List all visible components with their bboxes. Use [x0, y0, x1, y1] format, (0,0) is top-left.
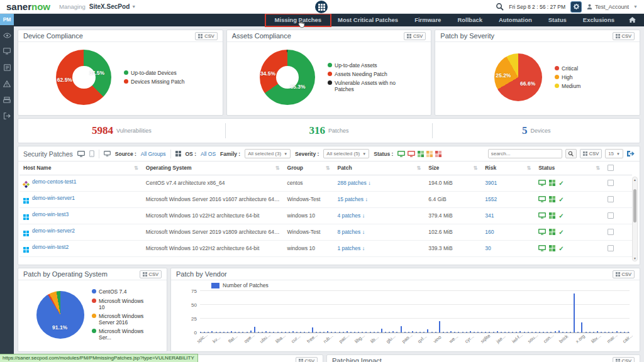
legend-item[interactable]: Medium — [555, 83, 580, 89]
account-menu[interactable]: Test_Account ▼ — [587, 4, 638, 10]
devices-monitor-icon[interactable] — [3, 48, 11, 55]
vendor-bar[interactable] — [474, 332, 475, 332]
host-link[interactable]: demo-win-test3 — [32, 211, 69, 217]
os-all-link[interactable]: All OS — [201, 151, 216, 157]
download-icon[interactable]: ↓ — [362, 245, 365, 251]
vendor-bar[interactable] — [543, 332, 544, 332]
scroll-down-arrow[interactable]: ▼ — [633, 256, 637, 260]
vendor-bar[interactable] — [401, 326, 402, 332]
csv-export-button[interactable]: CSV — [296, 357, 318, 362]
patches-link[interactable]: 15 patches — [337, 196, 364, 202]
row-checkbox[interactable] — [608, 245, 614, 251]
download-icon[interactable]: ↓ — [362, 212, 365, 219]
vendor-bar[interactable] — [416, 332, 417, 332]
vendor-bar[interactable] — [262, 332, 263, 332]
vendor-bar[interactable] — [593, 332, 594, 332]
mobile-view-icon[interactable] — [89, 150, 94, 157]
vendor-bar[interactable] — [570, 332, 571, 332]
patch-severity-chart[interactable]: 66.6%25.2% — [494, 53, 542, 101]
vendor-bar[interactable] — [358, 332, 359, 332]
vendor-bar[interactable] — [292, 331, 294, 332]
vendor-bar[interactable] — [419, 332, 421, 332]
csv-export-button[interactable]: CSV — [404, 32, 426, 40]
csv-export-button[interactable]: CSV — [580, 149, 602, 158]
status-filter-red-patches[interactable] — [435, 151, 441, 157]
vendor-bar[interactable] — [497, 331, 498, 332]
legend-item[interactable]: Assets Needing Patch — [328, 71, 398, 77]
vendor-bar[interactable] — [466, 332, 467, 332]
settings-gear-button[interactable] — [570, 1, 582, 13]
vendor-bar[interactable] — [547, 332, 548, 332]
sort-icon[interactable]: ⇅ — [474, 165, 478, 171]
patches-link[interactable]: 4 patches — [337, 212, 360, 219]
vendor-bar[interactable] — [374, 332, 375, 332]
vendor-bar[interactable] — [339, 332, 340, 332]
vendor-bar[interactable] — [528, 332, 529, 332]
sort-icon[interactable]: ⇅ — [596, 165, 600, 171]
apply-patch-icon[interactable] — [626, 150, 635, 157]
search-input[interactable] — [488, 149, 562, 158]
vendor-bar[interactable] — [208, 332, 209, 332]
vendor-bar[interactable] — [586, 332, 587, 332]
vendor-bar[interactable] — [281, 332, 282, 332]
vendor-bar[interactable] — [247, 332, 248, 332]
vendor-bar[interactable] — [558, 331, 560, 332]
vendor-bar[interactable] — [524, 332, 525, 332]
vendor-bar[interactable] — [331, 332, 332, 332]
row-checkbox[interactable] — [608, 229, 614, 235]
row-checkbox[interactable] — [608, 212, 614, 219]
vendor-bar[interactable] — [581, 322, 582, 332]
source-all-groups-link[interactable]: All Groups — [141, 151, 166, 157]
vendor-bar[interactable] — [200, 332, 201, 332]
scroll-up-arrow[interactable]: ▲ — [633, 178, 637, 182]
nav-item-automation[interactable]: Automation — [491, 14, 540, 26]
column-header-status[interactable]: Status⇅ — [535, 162, 604, 175]
download-icon[interactable]: ↓ — [368, 180, 371, 186]
column-header-group[interactable]: Group⇅ — [284, 162, 334, 175]
vendor-bar[interactable] — [216, 332, 217, 332]
host-link[interactable]: demo-win-server1 — [32, 195, 75, 201]
vendor-bar[interactable] — [462, 332, 464, 332]
alerts-warning-icon[interactable] — [3, 80, 11, 87]
legend-item[interactable]: Microsoft Windows 10 — [92, 298, 148, 310]
vendor-bar[interactable] — [574, 293, 575, 332]
row-checkbox[interactable] — [608, 180, 614, 186]
vendor-bar[interactable] — [531, 332, 533, 332]
column-header-operating-system[interactable]: Operating System⇅ — [142, 162, 284, 175]
patches-link[interactable]: 288 patches — [337, 180, 366, 186]
vendor-bar[interactable] — [219, 332, 221, 332]
vendor-bar[interactable] — [616, 331, 618, 332]
host-link[interactable]: demo-centos-test1 — [32, 178, 76, 185]
vendor-bar[interactable] — [365, 332, 367, 332]
csv-export-button[interactable]: CSV — [613, 270, 635, 278]
risk-link[interactable]: 1552 — [485, 196, 497, 202]
row-checkbox[interactable] — [608, 196, 614, 202]
column-header-size[interactable]: Size⇅ — [425, 162, 481, 175]
nav-item-firmware[interactable]: Firmware — [406, 14, 449, 26]
vendor-bar[interactable] — [516, 332, 517, 332]
chevron-down-icon[interactable]: ▼ — [131, 4, 136, 9]
vendor-bar[interactable] — [439, 321, 440, 332]
vendor-bar[interactable] — [300, 332, 301, 332]
desktop-view-icon[interactable] — [77, 151, 85, 157]
vendor-bar[interactable] — [458, 332, 459, 332]
table-scrollbar[interactable]: ▲ ▼ — [632, 177, 638, 261]
vendor-bar[interactable] — [501, 332, 502, 332]
vendor-bar[interactable] — [350, 332, 352, 332]
sort-icon[interactable]: ⇅ — [275, 165, 280, 171]
vendor-bar[interactable] — [589, 332, 591, 332]
family-select[interactable]: All selected (3)▼ — [245, 149, 291, 158]
vendor-bar[interactable] — [423, 332, 425, 332]
risk-link[interactable]: 3901 — [485, 180, 497, 186]
vendor-bar[interactable] — [289, 332, 290, 332]
column-header-host-name[interactable]: Host Name⇅ — [19, 162, 142, 175]
vendor-bar[interactable] — [389, 332, 390, 332]
vendor-bar[interactable] — [447, 332, 448, 332]
server-printer-icon[interactable] — [3, 97, 11, 103]
vendor-bar[interactable] — [227, 332, 228, 332]
nav-item-most-critical-patches[interactable]: Most Critical Patches — [330, 14, 406, 26]
vendor-bar[interactable] — [427, 329, 428, 332]
vendor-bar[interactable] — [343, 332, 344, 332]
vendor-bar[interactable] — [624, 332, 625, 332]
csv-export-button[interactable]: CSV — [613, 32, 635, 40]
